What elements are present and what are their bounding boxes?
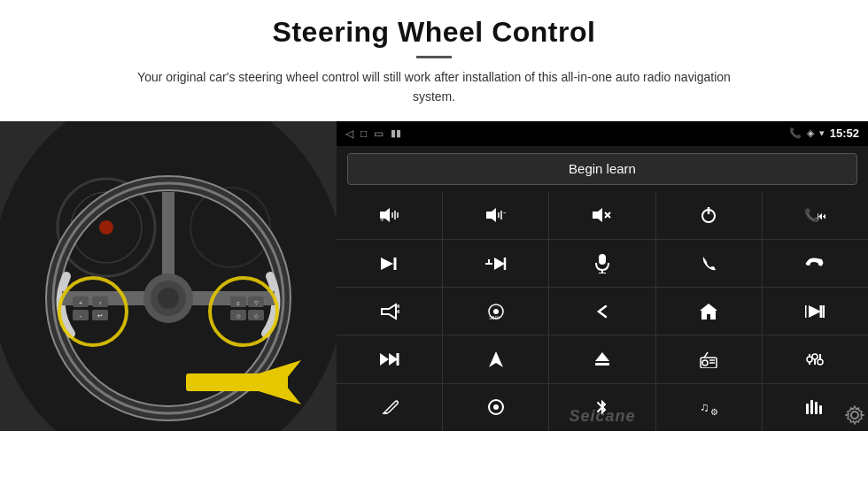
svg-text:−: − <box>503 208 506 218</box>
time-display: 15:52 <box>830 127 859 140</box>
ctrl-bluetooth[interactable] <box>549 384 655 431</box>
content-row: + - ♪ ↩ ≡ ◇ ▽ ◇ <box>0 121 868 485</box>
svg-marker-40 <box>486 208 496 222</box>
svg-text:+: + <box>79 300 82 306</box>
svg-marker-55 <box>494 258 505 270</box>
ctrl-edit[interactable] <box>337 384 442 431</box>
svg-marker-70 <box>823 305 825 318</box>
svg-line-81 <box>704 352 708 358</box>
wifi-icon: ▾ <box>819 127 825 139</box>
ctrl-phone-prev[interactable]: 📞⏮ <box>763 192 868 239</box>
svg-point-85 <box>812 354 818 359</box>
svg-point-5 <box>99 220 113 235</box>
svg-text:♪: ♪ <box>99 300 102 305</box>
title-divider <box>416 56 452 58</box>
svg-marker-68 <box>809 305 821 318</box>
svg-marker-51 <box>381 258 393 270</box>
svg-text:⚙: ⚙ <box>710 407 718 417</box>
ctrl-circle[interactable] <box>443 384 548 431</box>
ctrl-eject[interactable] <box>549 335 655 382</box>
ctrl-music-settings[interactable]: ♫⚙ <box>656 384 762 431</box>
header-section: Steering Wheel Control Your original car… <box>0 0 868 112</box>
settings-gear-icon[interactable] <box>845 405 864 429</box>
back-nav-icon[interactable]: ◁ <box>345 127 353 140</box>
svg-rect-76 <box>595 363 609 366</box>
svg-rect-95 <box>815 402 818 414</box>
ctrl-skip-next[interactable] <box>337 240 442 287</box>
svg-point-97 <box>851 412 858 419</box>
status-right: 📞 ◈ ▾ 15:52 <box>789 127 859 140</box>
svg-rect-94 <box>810 400 813 414</box>
svg-marker-74 <box>489 351 503 367</box>
status-bar: ◁ □ ▭ ▮▮ 📞 ◈ ▾ 15:52 <box>337 121 868 146</box>
location-icon: ◈ <box>807 127 814 139</box>
svg-point-14 <box>158 288 179 309</box>
subtitle: Your original car's steering wheel contr… <box>115 67 753 107</box>
ctrl-home[interactable] <box>656 288 762 335</box>
svg-text:↩: ↩ <box>97 312 103 319</box>
svg-text:⏮: ⏮ <box>817 210 825 222</box>
svg-text:≡: ≡ <box>236 301 240 306</box>
svg-text:+: + <box>380 216 384 223</box>
svg-text:360°: 360° <box>489 315 500 320</box>
svg-marker-66 <box>700 304 717 319</box>
ctrl-vol-down[interactable]: − <box>443 192 548 239</box>
svg-rect-34 <box>186 373 288 391</box>
svg-text:◇: ◇ <box>236 313 241 319</box>
svg-point-64 <box>493 309 499 314</box>
svg-rect-96 <box>819 405 822 414</box>
steering-section: + - ♪ ↩ ≡ ◇ ▽ ◇ <box>0 121 337 431</box>
ctrl-radio[interactable] <box>656 335 762 382</box>
page-title: Steering Wheel Control <box>53 16 815 49</box>
ctrl-equalizer[interactable] <box>763 335 868 382</box>
battery-icon: ▮▮ <box>391 127 401 139</box>
ctrl-hangup[interactable] <box>763 240 868 287</box>
ctrl-seek-next[interactable] <box>443 240 548 287</box>
ctrl-mute[interactable] <box>549 192 655 239</box>
svg-marker-60 <box>382 304 396 319</box>
ctrl-fast-fwd[interactable] <box>337 335 442 382</box>
ctrl-vol-up[interactable]: + <box>337 192 442 239</box>
ctrl-back[interactable] <box>549 288 655 335</box>
headunit-section: ◁ □ ▭ ▮▮ 📞 ◈ ▾ 15:52 Begin learn <box>337 121 868 431</box>
svg-point-62 <box>397 310 399 313</box>
svg-point-83 <box>807 357 812 362</box>
svg-marker-71 <box>380 353 389 366</box>
ctrl-prev-track[interactable] <box>763 288 868 335</box>
begin-learn-row: Begin learn <box>337 146 868 192</box>
steering-wheel-image: + - ♪ ↩ ≡ ◇ ▽ ◇ <box>0 121 337 431</box>
svg-point-61 <box>397 304 399 308</box>
ctrl-call[interactable] <box>656 240 762 287</box>
ctrl-mic[interactable] <box>549 240 655 287</box>
ctrl-360-camera[interactable]: 360° <box>443 288 548 335</box>
svg-point-87 <box>818 359 823 365</box>
home-nav-icon[interactable]: □ <box>360 127 367 140</box>
phone-status-icon: 📞 <box>789 127 802 139</box>
svg-marker-44 <box>593 208 602 222</box>
svg-text:◇: ◇ <box>254 313 259 319</box>
svg-marker-75 <box>595 352 609 361</box>
ctrl-power[interactable] <box>656 192 762 239</box>
svg-rect-57 <box>599 254 606 265</box>
ctrl-navigate[interactable] <box>443 335 548 382</box>
recent-nav-icon[interactable]: ▭ <box>374 127 384 140</box>
controls-grid: + − 📞⏮ <box>337 192 868 431</box>
ctrl-horn[interactable] <box>337 288 442 335</box>
begin-learn-button[interactable]: Begin learn <box>347 153 857 185</box>
svg-text:▽: ▽ <box>254 300 259 305</box>
svg-rect-93 <box>806 404 809 414</box>
page-wrapper: Steering Wheel Control Your original car… <box>0 0 868 485</box>
svg-point-90 <box>493 404 499 410</box>
svg-point-78 <box>702 360 708 366</box>
svg-text:♫: ♫ <box>700 400 709 414</box>
status-left: ◁ □ ▭ ▮▮ <box>345 127 401 140</box>
